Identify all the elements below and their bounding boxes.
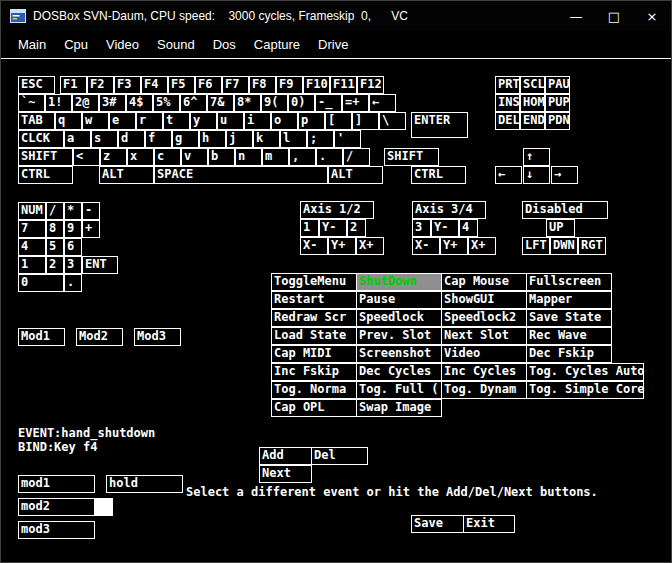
key-pos12[interactable]: ] bbox=[352, 112, 379, 130]
handler-button-inc-fskip[interactable]: Inc Fskip bbox=[271, 363, 357, 381]
menu-item-main[interactable]: Main bbox=[9, 37, 55, 52]
numpad-key-2[interactable]: 2 bbox=[46, 256, 64, 274]
menu-item-cpu[interactable]: Cpu bbox=[55, 37, 97, 52]
mod2-state-indicator[interactable] bbox=[95, 498, 113, 516]
numpad-key-pos1[interactable]: . bbox=[64, 274, 82, 292]
numpad-key-8[interactable]: 8 bbox=[46, 220, 64, 238]
key-pos11[interactable]: [ bbox=[325, 112, 352, 130]
handler-button-cap-opl[interactable]: Cap OPL bbox=[271, 399, 357, 417]
mod2-checkbox[interactable]: mod2 bbox=[18, 498, 95, 516]
key-m[interactable]: m bbox=[262, 148, 289, 166]
handler-button-swap-image[interactable]: Swap Image bbox=[356, 399, 442, 417]
key-pos9[interactable]: , bbox=[289, 148, 316, 166]
key-ctrl[interactable]: CTRL bbox=[18, 166, 73, 184]
key-3[interactable]: 3# bbox=[99, 94, 126, 112]
mod1-checkbox[interactable]: mod1 bbox=[18, 475, 95, 493]
key-prt[interactable]: PRT bbox=[495, 76, 520, 94]
joy1-key-x[interactable]: X- bbox=[300, 237, 328, 255]
arrow-right-key[interactable]: → bbox=[551, 166, 578, 184]
key-f7[interactable]: F7 bbox=[222, 76, 249, 94]
key-1[interactable]: 1! bbox=[45, 94, 72, 112]
joy1-key-y[interactable]: Y+ bbox=[328, 237, 356, 255]
key-clck[interactable]: CLCK bbox=[18, 130, 64, 148]
handler-button-restart[interactable]: Restart bbox=[271, 291, 357, 309]
key-s[interactable]: s bbox=[91, 130, 118, 148]
mod-button-mod2[interactable]: Mod2 bbox=[76, 328, 123, 346]
hat-key-rgt[interactable]: RGT bbox=[578, 237, 606, 255]
key-4[interactable]: 4$ bbox=[126, 94, 153, 112]
key-end[interactable]: END bbox=[520, 112, 545, 130]
key-f10[interactable]: F10 bbox=[303, 76, 330, 94]
handler-button-cap-mouse[interactable]: Cap Mouse bbox=[441, 273, 527, 291]
numpad-key-0[interactable]: 0 bbox=[18, 274, 64, 292]
key-f2[interactable]: F2 bbox=[87, 76, 114, 94]
joy2-key-3[interactable]: 3 bbox=[412, 219, 431, 237]
joy1-key-y[interactable]: Y- bbox=[319, 219, 347, 237]
key-shift[interactable]: SHIFT bbox=[18, 148, 73, 166]
numpad-key-num[interactable]: NUM bbox=[18, 202, 46, 220]
handler-button-tog-dynam[interactable]: Tog. Dynam bbox=[441, 381, 527, 399]
key-f8[interactable]: F8 bbox=[249, 76, 276, 94]
key-pos10[interactable]: . bbox=[316, 148, 343, 166]
key-j[interactable]: j bbox=[226, 130, 253, 148]
handler-button-mapper[interactable]: Mapper bbox=[526, 291, 612, 309]
menu-item-capture[interactable]: Capture bbox=[245, 37, 309, 52]
key-k[interactable]: k bbox=[253, 130, 280, 148]
key-0[interactable]: 0) bbox=[288, 94, 315, 112]
handler-button-pause[interactable]: Pause bbox=[356, 291, 442, 309]
save-button[interactable]: Save bbox=[411, 515, 464, 533]
key-9[interactable]: 9( bbox=[261, 94, 288, 112]
key-pos13[interactable]: ← bbox=[369, 94, 396, 112]
key-7[interactable]: 7& bbox=[207, 94, 234, 112]
add-button[interactable]: Add bbox=[259, 447, 312, 465]
handler-button-speedlock2[interactable]: Speedlock2 bbox=[441, 309, 527, 327]
joy1-key-1[interactable]: 1 bbox=[300, 219, 319, 237]
key-b[interactable]: b bbox=[208, 148, 235, 166]
key-6[interactable]: 6^ bbox=[180, 94, 207, 112]
key-y[interactable]: y bbox=[190, 112, 217, 130]
handler-button-dec-cycles[interactable]: Dec Cycles bbox=[356, 363, 442, 381]
handler-button-next-slot[interactable]: Next Slot bbox=[441, 327, 527, 345]
key-p[interactable]: p bbox=[298, 112, 325, 130]
key-pos0[interactable]: `~ bbox=[18, 94, 45, 112]
exit-button[interactable]: Exit bbox=[463, 515, 515, 533]
numpad-key-7[interactable]: 7 bbox=[18, 220, 46, 238]
joy2-key-y[interactable]: Y+ bbox=[440, 237, 468, 255]
handler-button-inc-cycles[interactable]: Inc Cycles bbox=[441, 363, 527, 381]
close-button[interactable]: × bbox=[633, 1, 671, 31]
key-o[interactable]: o bbox=[271, 112, 298, 130]
numpad-key-9[interactable]: 9 bbox=[64, 220, 82, 238]
handler-button-speedlock[interactable]: Speedlock bbox=[356, 309, 442, 327]
numpad-key-1[interactable]: 1 bbox=[18, 256, 46, 274]
arrow-up-key[interactable]: ↑ bbox=[523, 148, 550, 166]
key-pos11[interactable]: -_ bbox=[315, 94, 342, 112]
key-pos1[interactable]: < bbox=[73, 148, 100, 166]
numpad-key-ent[interactable]: ENT bbox=[82, 256, 118, 274]
key-pau[interactable]: PAU bbox=[545, 76, 570, 94]
menu-item-sound[interactable]: Sound bbox=[148, 37, 204, 52]
key-x[interactable]: x bbox=[127, 148, 154, 166]
key-r[interactable]: r bbox=[136, 112, 163, 130]
key-h[interactable]: h bbox=[199, 130, 226, 148]
key-l[interactable]: l bbox=[280, 130, 307, 148]
key-shift[interactable]: SHIFT bbox=[384, 148, 439, 166]
key-v[interactable]: v bbox=[181, 148, 208, 166]
key-alt[interactable]: ALT bbox=[328, 166, 383, 184]
key-f3[interactable]: F3 bbox=[114, 76, 141, 94]
key-g[interactable]: g bbox=[172, 130, 199, 148]
key-pup[interactable]: PUP bbox=[545, 94, 570, 112]
numpad-key-3[interactable]: 3 bbox=[64, 256, 82, 274]
hat-key-lft[interactable]: LFT bbox=[522, 237, 550, 255]
key-e[interactable]: e bbox=[109, 112, 136, 130]
key-n[interactable]: n bbox=[235, 148, 262, 166]
arrow-left-key[interactable]: ← bbox=[495, 166, 522, 184]
key-space[interactable]: SPACE bbox=[154, 166, 328, 184]
hold-checkbox[interactable]: hold bbox=[106, 475, 183, 493]
numpad-key-6[interactable]: 6 bbox=[64, 238, 82, 256]
key-c[interactable]: c bbox=[154, 148, 181, 166]
hat-key-dwn[interactable]: DWN bbox=[550, 237, 578, 255]
key-ins[interactable]: INS bbox=[495, 94, 520, 112]
key-f5[interactable]: F5 bbox=[168, 76, 195, 94]
key-hom[interactable]: HOM bbox=[520, 94, 545, 112]
del-button[interactable]: Del bbox=[311, 447, 368, 465]
